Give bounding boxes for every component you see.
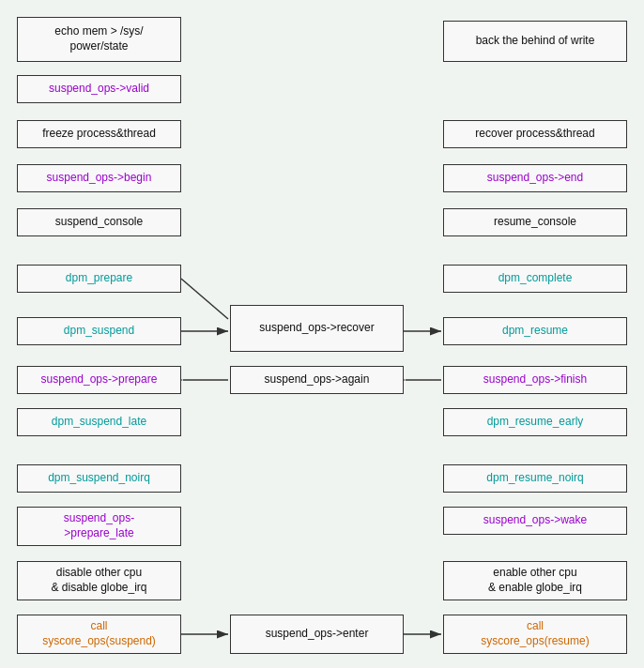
echo-mem: echo mem > /sys/ power/state [17,17,181,62]
call-suspend: call syscore_ops(suspend) [17,615,181,654]
freeze-process: freeze process&thread [17,120,181,148]
dpm-resume-early: dpm_resume_early [443,408,627,436]
suspend-begin: suspend_ops->begin [17,164,181,192]
dpm-prepare: dpm_prepare [17,265,181,293]
dpm-suspend-noirq: dpm_suspend_noirq [17,464,181,493]
suspend-end: suspend_ops->end [443,164,627,192]
dpm-resume: dpm_resume [443,317,627,345]
dpm-suspend: dpm_suspend [17,317,181,345]
call-resume: call syscore_ops(resume) [443,615,627,654]
suspend-enter: suspend_ops->enter [230,615,404,654]
diagram: echo mem > /sys/ power/stateback the beh… [0,0,644,668]
disable-cpu: disable other cpu & disable globe_irq [17,561,181,600]
suspend-prepare-late: suspend_ops- >prepare_late [17,507,181,546]
suspend-valid: suspend_ops->valid [17,75,181,103]
svg-line-2 [181,279,228,319]
suspend-console: suspend_console [17,208,181,236]
back-the: back the behind of write [443,21,627,62]
suspend-recover: suspend_ops->recover [230,305,404,352]
dpm-resume-noirq: dpm_resume_noirq [443,464,627,493]
dpm-complete: dpm_complete [443,265,627,293]
recover-process: recover process&thread [443,120,627,148]
enable-cpu: enable other cpu & enable globe_irq [443,561,627,600]
suspend-wake: suspend_ops->wake [443,507,627,535]
resume-console: resume_console [443,208,627,236]
suspend-finish: suspend_ops->finish [443,366,627,394]
suspend-again: suspend_ops->again [230,366,404,394]
suspend-prepare: suspend_ops->prepare [17,366,181,394]
dpm-suspend-late: dpm_suspend_late [17,408,181,436]
